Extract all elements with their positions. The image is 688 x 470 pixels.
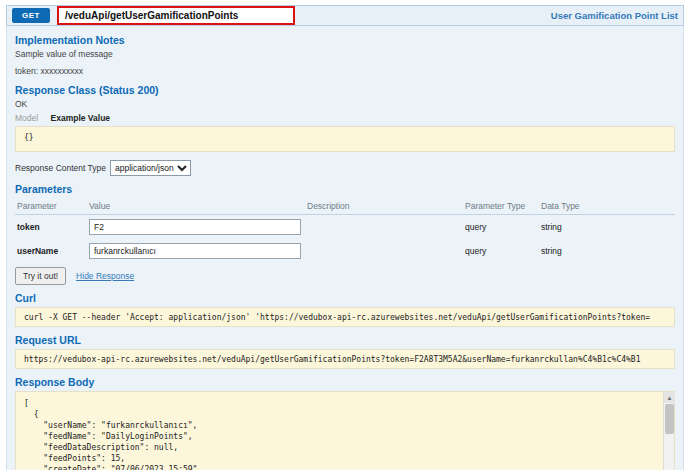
- col-parameter-type: Parameter Type: [463, 198, 539, 215]
- tab-model[interactable]: Model: [15, 113, 38, 123]
- curl-heading: Curl: [15, 292, 675, 304]
- implementation-notes-token-line: token: xxxxxxxxxx: [15, 66, 675, 77]
- response-body-scrollbar[interactable]: ▲ ▼: [663, 392, 674, 470]
- table-row-username: userName query string: [15, 239, 675, 263]
- username-input[interactable]: [89, 243, 301, 259]
- try-it-out-button[interactable]: Try it out!: [15, 267, 66, 285]
- token-input[interactable]: [89, 219, 301, 235]
- response-body-json: [ { "userName": "furkanrckullanıcı", "fe…: [15, 391, 675, 470]
- table-row-token: token query string: [15, 215, 675, 240]
- parameters-header-row: Parameter Value Description Parameter Ty…: [15, 198, 675, 215]
- col-description: Description: [305, 198, 463, 215]
- parameters-table: Parameter Value Description Parameter Ty…: [15, 198, 675, 263]
- scroll-up-arrow-icon[interactable]: ▲: [664, 392, 675, 403]
- response-content-type-select[interactable]: application/json: [110, 160, 191, 176]
- hide-response-link[interactable]: Hide Response: [76, 271, 134, 281]
- response-class-heading: Response Class (Status 200): [15, 84, 675, 96]
- col-parameter: Parameter: [15, 198, 87, 215]
- response-content-type-row: Response Content Type application/json: [15, 160, 675, 176]
- param-description: [305, 239, 463, 263]
- param-data-type: string: [539, 239, 675, 263]
- parameters-heading: Parameters: [15, 183, 675, 195]
- response-body-heading: Response Body: [15, 376, 675, 388]
- scrollbar-thumb[interactable]: [665, 404, 674, 434]
- param-type: query: [463, 239, 539, 263]
- response-content-type-label: Response Content Type: [15, 163, 106, 173]
- implementation-notes-subtitle: Sample value of message: [15, 49, 675, 60]
- col-data-type: Data Type: [539, 198, 675, 215]
- implementation-notes-heading: Implementation Notes: [15, 34, 675, 46]
- response-class-status: OK: [15, 99, 675, 110]
- actions-row: Try it out! Hide Response: [15, 267, 675, 285]
- param-name: token: [15, 215, 87, 240]
- operation-content: Implementation Notes Sample value of mes…: [6, 26, 684, 470]
- param-description: [305, 215, 463, 240]
- annotation-highlight-box: /veduApi/getUserGamificationPoints: [57, 6, 295, 25]
- endpoint-path[interactable]: /veduApi/getUserGamificationPoints: [65, 10, 238, 21]
- param-data-type: string: [539, 215, 675, 240]
- param-type: query: [463, 215, 539, 240]
- request-url-heading: Request URL: [15, 334, 675, 346]
- tab-example-value[interactable]: Example Value: [51, 113, 111, 123]
- curl-command: curl -X GET --header 'Accept: applicatio…: [15, 307, 675, 327]
- operation-header: GET /veduApi/getUserGamificationPoints U…: [6, 5, 684, 26]
- example-value-snippet: {}: [15, 126, 675, 152]
- operation-summary-link[interactable]: User Gamification Point List: [551, 10, 678, 21]
- http-method-badge[interactable]: GET: [12, 8, 50, 23]
- param-name: userName: [15, 239, 87, 263]
- request-url-value: https://vedubox-api-rc.azurewebsites.net…: [15, 349, 675, 369]
- api-operation-panel: GET /veduApi/getUserGamificationPoints U…: [6, 5, 684, 470]
- response-class-tabs: Model Example Value: [15, 113, 675, 123]
- col-value: Value: [87, 198, 305, 215]
- response-body-box: [ { "userName": "furkanrckullanıcı", "fe…: [15, 391, 675, 470]
